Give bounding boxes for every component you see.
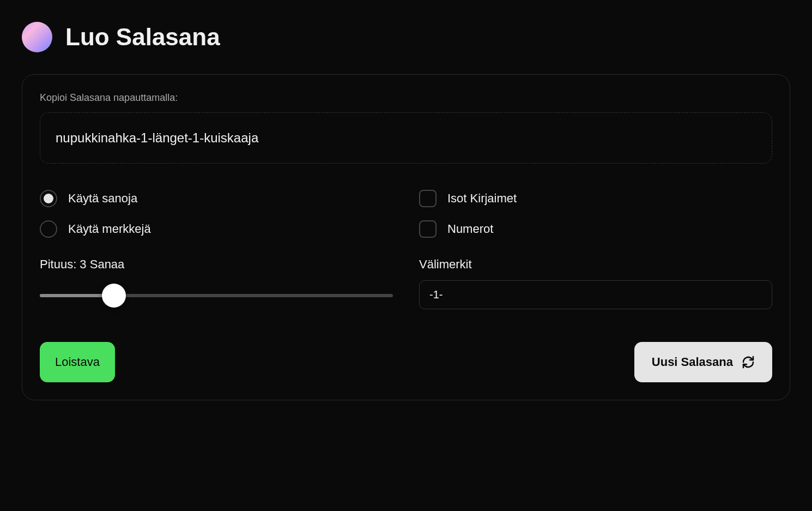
uppercase-option[interactable]: Isot Kirjaimet (419, 190, 772, 207)
length-slider[interactable] (40, 282, 393, 309)
page-title: Luo Salasana (65, 23, 220, 51)
use-words-option[interactable]: Käytä sanoja (40, 190, 393, 207)
generator-card: Kopioi Salasana napauttamalla: nupukkina… (22, 74, 790, 400)
numbers-option[interactable]: Numerot (419, 220, 772, 238)
delimiter-group: Välimerkit (419, 257, 772, 309)
card-footer: Loistava Uusi Salasana (40, 342, 772, 382)
password-output[interactable]: nupukkinahka-1-länget-1-kuiskaaja (40, 112, 772, 164)
use-chars-label: Käytä merkkejä (68, 222, 151, 236)
app-header: Luo Salasana (22, 22, 790, 52)
slider-thumb[interactable] (102, 284, 126, 308)
strength-badge: Loistava (40, 342, 115, 382)
slider-section: Pituus: 3 Sanaa Välimerkit (40, 257, 772, 309)
delimiter-input[interactable] (419, 280, 772, 309)
numbers-label: Numerot (447, 222, 493, 236)
app-logo (22, 22, 52, 52)
generate-button[interactable]: Uusi Salasana (634, 342, 772, 382)
length-slider-group: Pituus: 3 Sanaa (40, 257, 393, 309)
delimiter-label: Välimerkit (419, 257, 772, 272)
uppercase-label: Isot Kirjaimet (447, 191, 517, 206)
generate-button-label: Uusi Salasana (652, 355, 733, 369)
slider-track (40, 294, 393, 297)
uppercase-checkbox[interactable] (419, 190, 437, 207)
length-label: Pituus: 3 Sanaa (40, 257, 393, 272)
copy-instruction-label: Kopioi Salasana napauttamalla: (40, 92, 772, 104)
refresh-icon (742, 356, 755, 369)
use-words-label: Käytä sanoja (68, 191, 137, 206)
options-grid: Käytä sanoja Isot Kirjaimet Käytä merkke… (40, 190, 772, 238)
numbers-checkbox[interactable] (419, 220, 437, 238)
use-words-radio[interactable] (40, 190, 57, 207)
use-chars-option[interactable]: Käytä merkkejä (40, 220, 393, 238)
use-chars-radio[interactable] (40, 220, 57, 238)
